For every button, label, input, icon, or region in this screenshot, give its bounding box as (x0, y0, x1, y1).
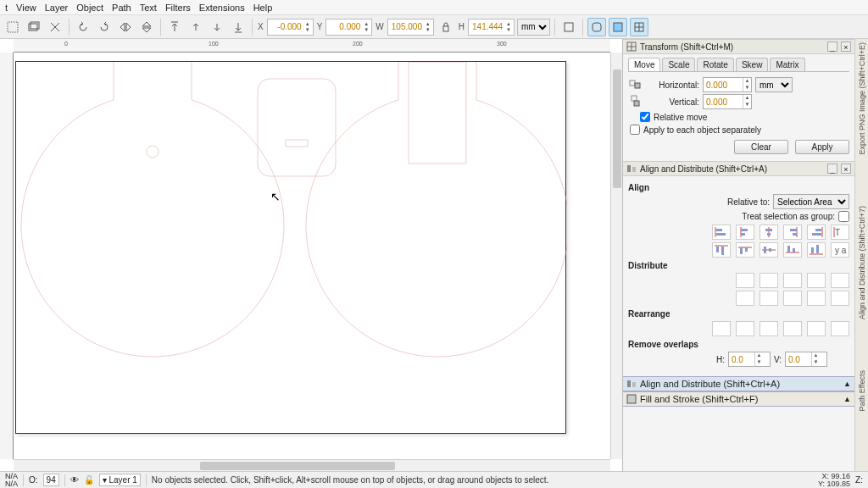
collapsed-align-bar[interactable]: Align and Distribute (Shift+Ctrl+A)▲ (623, 376, 854, 391)
height-input[interactable]: ▲▼ (468, 19, 515, 36)
rotate-ccw-button[interactable] (74, 18, 92, 36)
vertical-ruler[interactable] (0, 53, 14, 459)
apply-button[interactable]: Apply (795, 140, 849, 154)
tab-skew[interactable]: Skew (736, 58, 768, 71)
raise-button[interactable] (186, 18, 205, 36)
align-panel-title[interactable]: Align and Distribute (Shift+Ctrl+A) _ × (623, 161, 854, 176)
svg-rect-15 (443, 26, 448, 31)
tab-move[interactable]: Move (628, 58, 660, 71)
deselect-button[interactable] (46, 18, 64, 36)
stroke-indicator[interactable]: N/A (5, 480, 18, 488)
transform-unit-select[interactable]: mm (755, 77, 793, 92)
clear-button[interactable]: Clear (734, 140, 788, 154)
minimize-icon[interactable]: _ (827, 42, 837, 52)
relative-move-checkbox[interactable]: Relative move (640, 112, 849, 122)
rearrange-graph-button[interactable] (712, 321, 731, 336)
align-left-button[interactable] (736, 225, 754, 240)
minimize-icon[interactable]: _ (827, 164, 837, 174)
distribute-top-button[interactable] (736, 291, 754, 306)
width-input[interactable]: ▲▼ (387, 19, 434, 36)
menu-item-path[interactable]: Path (112, 3, 131, 12)
rearrange-random-button[interactable] (807, 321, 826, 336)
lock-aspect-button[interactable] (437, 18, 455, 36)
distribute-bottom-button[interactable] (783, 291, 802, 306)
side-tab-align[interactable]: Align and Distribute (Shift+Ctrl+7) (858, 206, 866, 319)
menu-item[interactable]: t (5, 3, 8, 12)
layer-visibility-icon[interactable]: 👁 (70, 475, 79, 485)
align-top-button[interactable] (736, 242, 754, 258)
affect-gradients-button[interactable] (609, 18, 627, 36)
lower-button[interactable] (208, 18, 226, 36)
layer-select[interactable]: ▾ Layer 1 (99, 474, 141, 486)
toolbar-unit-select[interactable]: mm (517, 19, 550, 36)
menu-item-layer[interactable]: Layer (45, 3, 69, 12)
overlap-h-input[interactable]: ▲▼ (728, 352, 771, 367)
distribute-right-button[interactable] (783, 273, 802, 288)
drawing-page[interactable] (15, 61, 566, 434)
horizontal-ruler[interactable]: 0100200300 (14, 39, 610, 53)
side-tab-path-effects[interactable]: Path Effects (858, 370, 866, 411)
select-in-layers-button[interactable] (25, 18, 43, 36)
flip-vertical-button[interactable] (137, 18, 156, 36)
opacity-input[interactable]: 94 (43, 474, 59, 486)
flip-horizontal-button[interactable] (116, 18, 135, 36)
align-text-baseline-button[interactable]: y a (831, 242, 849, 258)
menu-item-extensions[interactable]: Extensions (199, 3, 245, 12)
vertical-scrollbar[interactable] (610, 53, 622, 459)
overlap-v-input[interactable]: ▲▼ (785, 352, 827, 367)
distribute-center-v-button[interactable] (760, 291, 778, 306)
svg-rect-0 (8, 22, 18, 32)
horizontal-input[interactable]: ▲▼ (703, 77, 752, 92)
distribute-left-button[interactable] (736, 273, 754, 288)
menu-item-filters[interactable]: Filters (165, 3, 191, 12)
lower-bottom-button[interactable] (229, 18, 248, 36)
menu-item-text[interactable]: Text (140, 3, 157, 12)
align-right-edge-button[interactable] (807, 225, 826, 240)
menu-item-view[interactable]: View (16, 3, 36, 12)
align-right-button[interactable] (783, 225, 802, 240)
rearrange-zorder-button[interactable] (760, 321, 778, 336)
affect-corners-button[interactable] (587, 18, 606, 36)
rearrange-exchange-button[interactable] (736, 321, 754, 336)
align-center-h-button[interactable] (760, 225, 778, 240)
affect-patterns-button[interactable] (630, 18, 648, 36)
select-all-button[interactable] (3, 18, 22, 36)
collapsed-fill-bar[interactable]: Fill and Stroke (Shift+Ctrl+F)▲ (623, 391, 854, 407)
raise-top-button[interactable] (165, 18, 184, 36)
menu-item-object[interactable]: Object (76, 3, 103, 12)
apply-each-checkbox[interactable]: Apply to each object separately (630, 125, 849, 135)
distribute-text-v-button[interactable] (831, 291, 849, 306)
y-input[interactable]: ▲▼ (326, 19, 372, 36)
vertical-input[interactable]: ▲▼ (703, 94, 752, 109)
close-icon[interactable]: × (841, 42, 851, 52)
tab-matrix[interactable]: Matrix (770, 58, 804, 71)
menu-item-help[interactable]: Help (253, 3, 273, 12)
transform-panel-title[interactable]: Transform (Shift+Ctrl+M) _ × (623, 39, 854, 54)
layer-lock-icon[interactable]: 🔓 (84, 475, 94, 485)
close-icon[interactable]: × (841, 164, 851, 174)
align-text-left-button[interactable]: T (831, 225, 849, 240)
align-center-v-button[interactable] (760, 242, 778, 258)
relative-to-select[interactable]: Selection Area (773, 194, 849, 209)
affect-stroke-button[interactable] (559, 18, 578, 36)
side-tab-export[interactable]: Export PNG Image (Shift+Ctrl+E) (858, 42, 866, 155)
treat-group-checkbox[interactable] (838, 211, 849, 222)
rearrange-rotate-button[interactable] (783, 321, 802, 336)
distribute-text-h-button[interactable] (831, 273, 849, 288)
tab-scale[interactable]: Scale (662, 58, 695, 71)
svg-rect-63 (793, 248, 795, 252)
rearrange-unclump-button[interactable] (831, 321, 849, 336)
distribute-gaps-v-button[interactable] (807, 291, 826, 306)
tab-rotate[interactable]: Rotate (697, 58, 733, 71)
horizontal-scrollbar[interactable] (14, 459, 610, 471)
x-input[interactable]: ▲▼ (267, 19, 314, 36)
distribute-center-h-button[interactable] (760, 273, 778, 288)
align-left-edge-button[interactable] (712, 225, 731, 240)
remove-overlaps-button[interactable] (831, 351, 849, 368)
align-bottom-button[interactable] (783, 242, 802, 258)
distribute-gaps-h-button[interactable] (807, 273, 826, 288)
rotate-cw-button[interactable] (95, 18, 114, 36)
align-top-edge-button[interactable] (712, 242, 731, 258)
canvas[interactable]: 0100200300 ↖ (0, 39, 622, 471)
align-bottom-edge-button[interactable] (807, 242, 826, 258)
